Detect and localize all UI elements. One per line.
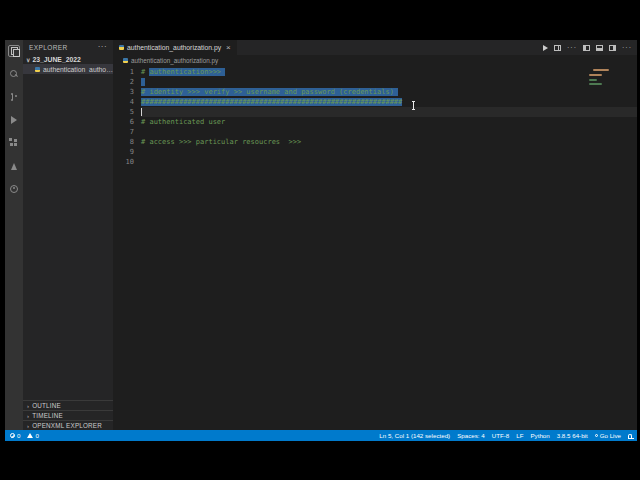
editor-group: authentication_authorization.py × ··· ··…	[113, 40, 637, 430]
breadcrumb[interactable]: authentication_authorization.py	[113, 55, 637, 66]
run-python-file-icon[interactable]	[543, 45, 548, 51]
tab-close-icon[interactable]: ×	[226, 43, 231, 52]
code-line[interactable]: 10	[113, 157, 637, 167]
warning-icon	[27, 433, 33, 438]
tree-file-item[interactable]: authentication_authorization.py	[23, 64, 113, 74]
folder-name: 23_JUNE_2022	[32, 56, 80, 63]
panel-label: TIMELINE	[32, 412, 63, 419]
sidebar-panel-outline[interactable]: ›OUTLINE	[23, 400, 113, 410]
comment-text: # access >>> particular resoucres >>>	[141, 138, 301, 146]
line-number: 4	[113, 97, 141, 107]
code-line[interactable]: 4#######################################…	[113, 97, 637, 107]
tree-folder-root[interactable]: ∨ 23_JUNE_2022	[23, 54, 113, 64]
line-number: 9	[113, 147, 141, 157]
indentation-status[interactable]: Spaces: 4	[457, 432, 485, 439]
activity-source-control-button[interactable]	[8, 91, 20, 103]
line-number: 8	[113, 137, 141, 147]
selected-text: # identity >>> verify >> username and pa…	[141, 88, 398, 96]
python-file-icon	[119, 45, 124, 50]
explorer-more-actions-icon[interactable]: ···	[98, 44, 107, 50]
line-content: # access >>> particular resoucres >>>	[141, 137, 637, 147]
broadcast-icon	[595, 434, 598, 437]
activity-extensions-button[interactable]	[8, 137, 20, 149]
extensions-icon	[10, 139, 18, 147]
status-left: 0 0	[10, 432, 39, 439]
line-number: 3	[113, 87, 141, 97]
python-interpreter-status[interactable]: 3.8.5 64-bit	[557, 432, 588, 439]
code-line[interactable]: 9	[113, 147, 637, 157]
activity-search-button[interactable]	[8, 68, 20, 80]
activity-account-button[interactable]	[8, 183, 20, 195]
code-editor[interactable]: 1# authentication>>>23# identity >>> ver…	[113, 66, 637, 430]
selected-text: authentication>>>	[149, 68, 225, 76]
line-number: 1	[113, 67, 141, 77]
go-live-label: Go Live	[600, 432, 621, 439]
line-number: 7	[113, 127, 141, 137]
minimap-line	[593, 69, 609, 71]
layout-more-icon[interactable]: ···	[622, 46, 632, 50]
line-number: 10	[113, 157, 141, 167]
toggle-sidebar-icon[interactable]	[583, 45, 590, 51]
editor-actions: ··· ···	[543, 40, 637, 55]
code-line[interactable]: 8# access >>> particular resoucres >>>	[113, 137, 637, 147]
warnings-status[interactable]: 0	[27, 432, 38, 439]
language-mode-status[interactable]: Python	[530, 432, 549, 439]
sidebar-panel-timeline[interactable]: ›TIMELINE	[23, 410, 113, 420]
line-content	[141, 107, 637, 117]
selected-text	[141, 78, 145, 86]
encoding-status[interactable]: UTF-8	[492, 432, 510, 439]
line-content	[141, 157, 637, 167]
testing-icon	[11, 163, 17, 170]
code-line[interactable]: 6# authenticated user	[113, 117, 637, 127]
line-content: # authentication>>>	[141, 67, 637, 77]
notifications-bell-icon[interactable]	[628, 434, 632, 438]
errors-status[interactable]: 0	[10, 432, 20, 439]
toggle-secondary-sidebar-icon[interactable]	[609, 45, 616, 51]
minimap[interactable]	[589, 67, 613, 167]
tab-authentication-authorization[interactable]: authentication_authorization.py ×	[113, 40, 237, 55]
code-line[interactable]: 7	[113, 127, 637, 137]
chevron-right-icon: ›	[27, 423, 29, 429]
activity-run-debug-button[interactable]	[8, 114, 20, 126]
code-line[interactable]: 2	[113, 77, 637, 87]
breadcrumb-file: authentication_authorization.py	[131, 57, 218, 64]
code-line[interactable]: 1# authentication>>>	[113, 67, 637, 77]
toggle-panel-icon[interactable]	[596, 45, 603, 51]
panel-label: OPENXML EXPLORER	[32, 422, 102, 429]
explorer-header: EXPLORER ···	[23, 40, 113, 54]
activity-explorer-button[interactable]	[8, 45, 20, 57]
sidebar-panel-openxml-explorer[interactable]: ›OPENXML EXPLORER	[23, 420, 113, 430]
selected-text: ########################################…	[141, 98, 402, 106]
tab-label: authentication_authorization.py	[127, 44, 221, 51]
cursor-position-status[interactable]: Ln 5, Col 1 (142 selected)	[379, 432, 450, 439]
activity-testing-button[interactable]	[8, 160, 20, 172]
sidebar: EXPLORER ··· ∨ 23_JUNE_2022 authenticati…	[23, 40, 113, 430]
status-bar: 0 0 Ln 5, Col 1 (142 selected) Spaces: 4…	[5, 430, 637, 441]
line-number: 5	[113, 107, 141, 117]
code-line[interactable]: 3# identity >>> verify >> username and p…	[113, 87, 637, 97]
tab-bar: authentication_authorization.py × ··· ··…	[113, 40, 637, 55]
explorer-icon	[11, 47, 18, 55]
chevron-down-icon: ∨	[26, 56, 30, 63]
eol-status[interactable]: LF	[516, 432, 523, 439]
activity-bar	[5, 40, 23, 430]
line-number: 2	[113, 77, 141, 87]
line-content: # authenticated user	[141, 117, 637, 127]
error-count: 0	[17, 432, 20, 439]
comment-text: # authenticated user	[141, 118, 225, 126]
code-line[interactable]: 5	[113, 107, 637, 117]
python-file-icon	[123, 58, 128, 63]
text-caret	[141, 108, 142, 116]
split-editor-icon[interactable]	[554, 45, 561, 51]
file-name: authentication_authorization.py	[43, 66, 113, 73]
chevron-right-icon: ›	[27, 403, 29, 409]
source-control-icon	[10, 93, 18, 101]
account-icon	[10, 185, 18, 193]
warning-count: 0	[35, 432, 38, 439]
line-number: 6	[113, 117, 141, 127]
panel-label: OUTLINE	[32, 402, 61, 409]
sidebar-bottom-panels: ›OUTLINE›TIMELINE›OPENXML EXPLORER	[23, 400, 113, 430]
go-live-status[interactable]: Go Live	[595, 432, 621, 439]
more-actions-icon[interactable]: ···	[567, 46, 577, 50]
python-file-icon	[35, 67, 40, 72]
